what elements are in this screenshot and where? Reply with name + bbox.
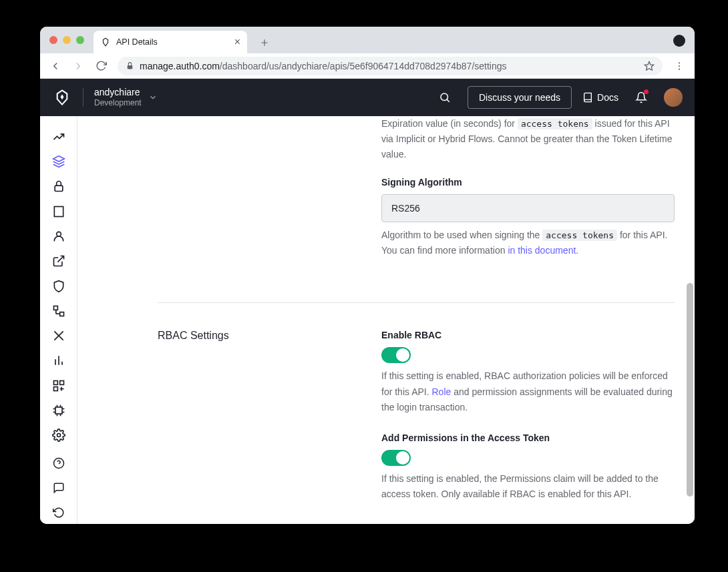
sidebar-item-organizations[interactable] bbox=[47, 200, 71, 222]
enable-rbac-toggle[interactable] bbox=[381, 347, 411, 363]
svg-point-6 bbox=[679, 68, 680, 69]
reload-button[interactable] bbox=[91, 56, 111, 76]
role-link[interactable]: Role bbox=[431, 386, 451, 397]
sidebar-item-authentication[interactable] bbox=[47, 176, 71, 198]
back-button[interactable] bbox=[45, 56, 65, 76]
svg-marker-3 bbox=[645, 61, 653, 70]
search-button[interactable] bbox=[433, 85, 457, 109]
docs-link[interactable]: Docs bbox=[582, 92, 618, 103]
auth0-favicon-icon bbox=[100, 37, 111, 47]
auth0-logo-icon[interactable] bbox=[52, 87, 72, 107]
sidebar-item-feedback[interactable] bbox=[47, 477, 71, 499]
sidebar-item-branding[interactable] bbox=[47, 250, 71, 272]
svg-rect-2 bbox=[128, 65, 133, 69]
notification-badge bbox=[644, 89, 649, 94]
sidebar-item-users[interactable] bbox=[47, 225, 71, 247]
browser-menu-button[interactable] bbox=[669, 61, 689, 71]
signing-algorithm-description: Algorithm to be used when signing the ac… bbox=[381, 228, 675, 258]
app-body: Expiration value (in seconds) for access… bbox=[40, 116, 695, 524]
close-tab-button[interactable]: × bbox=[234, 37, 240, 47]
docs-label: Docs bbox=[597, 92, 618, 103]
code-chip: access tokens bbox=[542, 230, 617, 241]
svg-marker-10 bbox=[53, 156, 64, 162]
svg-point-4 bbox=[679, 62, 680, 63]
forward-button[interactable] bbox=[68, 56, 88, 76]
svg-rect-19 bbox=[59, 312, 63, 316]
sidebar-item-activity[interactable] bbox=[47, 125, 71, 148]
notifications-button[interactable] bbox=[629, 85, 653, 109]
svg-point-5 bbox=[679, 65, 680, 66]
bookmark-star-icon[interactable] bbox=[644, 61, 655, 71]
svg-rect-18 bbox=[53, 306, 57, 310]
tenant-name: andychiare bbox=[94, 87, 142, 98]
svg-rect-32 bbox=[55, 407, 62, 414]
signing-doc-link[interactable]: in this document bbox=[508, 245, 576, 256]
address-bar[interactable]: manage.auth0.com/dashboard/us/andychiare… bbox=[118, 57, 663, 75]
svg-point-8 bbox=[441, 93, 448, 101]
sidebar-item-security[interactable] bbox=[47, 275, 71, 297]
close-window-button[interactable] bbox=[49, 36, 57, 44]
sidebar-item-applications[interactable] bbox=[47, 150, 71, 172]
enable-rbac-label: Enable RBAC bbox=[381, 330, 675, 340]
sidebar-item-marketplace[interactable] bbox=[47, 374, 71, 396]
add-permissions-description: If this setting is enabled, the Permissi… bbox=[381, 471, 675, 502]
book-icon bbox=[582, 92, 593, 103]
window-controls bbox=[49, 36, 84, 44]
code-chip: access tokens bbox=[518, 118, 592, 129]
lock-icon bbox=[126, 61, 134, 70]
maximize-window-button[interactable] bbox=[76, 36, 84, 44]
enable-rbac-description: If this setting is enabled, RBAC authori… bbox=[381, 368, 675, 414]
svg-point-41 bbox=[57, 434, 60, 437]
expiration-description: Expiration value (in seconds) for access… bbox=[381, 116, 675, 162]
tab-title: API Details bbox=[116, 37, 158, 47]
chevron-down-icon bbox=[148, 93, 158, 102]
browser-tab-strip: API Details × bbox=[40, 27, 695, 53]
svg-line-9 bbox=[447, 99, 449, 101]
sidebar-item-monitoring[interactable] bbox=[47, 350, 71, 372]
sidebar-nav bbox=[40, 116, 77, 524]
svg-rect-12 bbox=[54, 206, 63, 216]
browser-tab[interactable]: API Details × bbox=[94, 31, 247, 53]
add-permissions-toggle[interactable] bbox=[381, 450, 411, 466]
scrollbar-thumb[interactable] bbox=[687, 283, 693, 497]
svg-rect-27 bbox=[53, 380, 57, 384]
url-text: manage.auth0.com/dashboard/us/andychiare… bbox=[140, 61, 639, 71]
minimize-window-button[interactable] bbox=[63, 36, 71, 44]
browser-profile-button[interactable] bbox=[673, 35, 685, 47]
browser-toolbar: manage.auth0.com/dashboard/us/andychiare… bbox=[40, 53, 695, 79]
new-tab-button[interactable] bbox=[255, 33, 274, 52]
svg-rect-29 bbox=[53, 386, 57, 390]
sidebar-item-help[interactable] bbox=[47, 452, 71, 474]
sidebar-item-auth-pipeline[interactable] bbox=[47, 325, 71, 347]
signing-algorithm-label: Signing Algorithm bbox=[381, 177, 675, 188]
svg-rect-11 bbox=[55, 186, 63, 191]
tenant-environment: Development bbox=[94, 98, 142, 107]
app-header: andychiare Development Discuss your need… bbox=[40, 79, 695, 116]
sidebar-item-extensions[interactable] bbox=[47, 399, 71, 421]
discuss-needs-button[interactable]: Discuss your needs bbox=[468, 86, 572, 109]
sidebar-item-actions[interactable] bbox=[47, 300, 71, 322]
scrollbar[interactable] bbox=[685, 116, 695, 524]
svg-rect-28 bbox=[59, 380, 63, 384]
sidebar-item-history[interactable] bbox=[47, 502, 71, 524]
svg-marker-7 bbox=[61, 94, 64, 99]
sidebar-item-settings[interactable] bbox=[47, 424, 71, 447]
browser-window: API Details × manage.auth0.com/dashboard… bbox=[40, 27, 695, 524]
user-avatar[interactable] bbox=[664, 88, 683, 107]
svg-point-17 bbox=[56, 232, 61, 236]
tenant-switcher[interactable]: andychiare Development bbox=[94, 87, 158, 107]
content-area: Expiration value (in seconds) for access… bbox=[77, 116, 695, 524]
signing-algorithm-input[interactable] bbox=[381, 194, 675, 222]
add-permissions-label: Add Permissions in the Access Token bbox=[381, 433, 675, 443]
rbac-section-title: RBAC Settings bbox=[158, 330, 381, 342]
header-divider bbox=[83, 88, 83, 107]
section-divider bbox=[158, 302, 675, 303]
